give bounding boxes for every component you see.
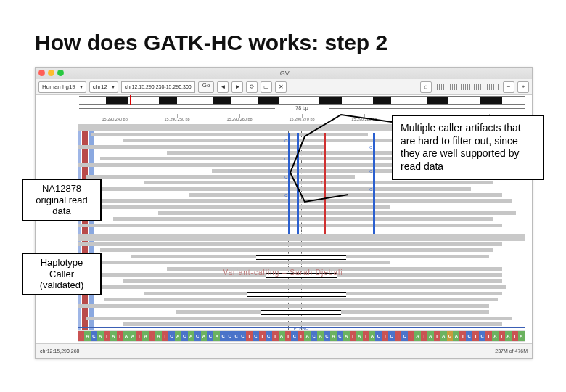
- location-value: chr12:15,290,230-15,290,300: [125, 84, 192, 89]
- forward-icon[interactable]: ►: [231, 81, 243, 93]
- sequence-base: A: [123, 331, 129, 341]
- sequence-base: C: [388, 331, 395, 341]
- sequence-base: C: [233, 331, 239, 341]
- snp-letter: C: [369, 187, 372, 192]
- slide-title: How does GATK-HC works: step 2: [35, 30, 387, 55]
- sequence-base: A: [440, 331, 447, 341]
- deletion-gap: [247, 292, 346, 297]
- sequence-base: A: [97, 331, 104, 341]
- ruler-tick: 15,290,270 bp: [280, 117, 324, 121]
- sequence-base: T: [485, 331, 492, 341]
- sequence-base: C: [253, 331, 259, 341]
- sequence-base: A: [492, 331, 499, 341]
- sequence-base: C: [168, 331, 175, 341]
- sequence-base: C: [311, 331, 317, 341]
- sequence-base: A: [356, 331, 363, 341]
- sequence-base: T: [78, 331, 84, 341]
- sequence-base: C: [207, 331, 213, 341]
- snp-letter: C: [369, 145, 372, 150]
- label-original-reads: NA12878 original read data: [22, 179, 102, 221]
- chevron-down-icon: ▾: [112, 83, 115, 90]
- sequence-base: T: [395, 331, 401, 341]
- sequence-base: A: [304, 331, 311, 341]
- sequence-base: A: [142, 331, 149, 341]
- sequence-base: G: [447, 331, 454, 341]
- sequence-base: T: [350, 331, 356, 341]
- status-location: chr12:15,290,260: [40, 348, 80, 354]
- ideogram[interactable]: [79, 95, 525, 105]
- sequence-base: A: [110, 331, 117, 341]
- sequence-base: A: [369, 331, 375, 341]
- ruler-tick: 15,290,280 bp: [343, 117, 386, 121]
- sequence-base: T: [149, 331, 155, 341]
- sequence-base: C: [226, 331, 233, 341]
- toolbar: Human hg19 ▾ chr12 ▾ chr12:15,290,230-15…: [36, 79, 532, 95]
- sequence-base: T: [246, 331, 253, 341]
- snp-letter: C: [284, 175, 287, 179]
- window-title: IGV: [278, 70, 290, 77]
- sequence-base: T: [272, 331, 279, 341]
- go-button[interactable]: Go: [198, 81, 215, 93]
- chromosome-value: chr12: [93, 83, 107, 90]
- sequence-base: T: [459, 331, 466, 341]
- back-icon[interactable]: ◄: [217, 81, 229, 93]
- sequence-base: C: [401, 331, 408, 341]
- sequence-base: A: [175, 331, 181, 341]
- chevron-down-icon: ▾: [80, 83, 83, 90]
- sequence-base: T: [104, 331, 110, 341]
- sequence-base: A: [414, 331, 421, 341]
- sequence-base: A: [427, 331, 434, 341]
- sequence-base: A: [518, 331, 525, 341]
- callout-box: Multiple caller artifacts that are hard …: [392, 115, 544, 180]
- sequence-base: A: [317, 331, 324, 341]
- ruler-tick: 15,290,250 bp: [155, 117, 199, 121]
- sequence-base: C: [466, 331, 472, 341]
- deletion-gap: [256, 255, 345, 260]
- genome-select[interactable]: Human hg19 ▾: [38, 81, 86, 93]
- sequence-base: C: [239, 331, 246, 341]
- sequence-base: T: [499, 331, 505, 341]
- sequence-base: T: [259, 331, 266, 341]
- minimize-icon[interactable]: [48, 70, 54, 76]
- sequence-track: TACATATAATATATCACACACACCCCTCTCTATCTACACA…: [78, 330, 525, 342]
- region-icon[interactable]: ▭: [261, 81, 272, 93]
- sequence-base: A: [453, 331, 459, 341]
- sequence-base: A: [188, 331, 194, 341]
- sequence-base: T: [298, 331, 304, 341]
- zoom-slider[interactable]: [435, 84, 500, 90]
- location-input[interactable]: chr12:15,290,230-15,290,300: [121, 81, 195, 93]
- sequence-base: C: [181, 331, 188, 341]
- ideogram-marker: [130, 95, 131, 105]
- sequence-base: C: [375, 331, 382, 341]
- zoom-in-icon[interactable]: +: [517, 81, 529, 93]
- ruler-tick: 15,290,260 bp: [218, 117, 261, 121]
- ruler-tick: 15,290,240 bp: [93, 117, 136, 121]
- close-icon[interactable]: [38, 70, 45, 76]
- snp-letter: T: [320, 181, 322, 185]
- snp-letter: C: [284, 139, 287, 143]
- zoom-icon[interactable]: [57, 70, 64, 76]
- sequence-base: C: [266, 331, 272, 341]
- chromosome-select[interactable]: chr12 ▾: [89, 81, 118, 93]
- sequence-base: A: [213, 331, 220, 341]
- sequence-base: A: [279, 331, 285, 341]
- sequence-base: T: [472, 331, 479, 341]
- track-labels-column: [36, 124, 78, 330]
- sequence-base: T: [363, 331, 369, 341]
- refresh-icon[interactable]: ⟳: [246, 81, 258, 93]
- snp-letter: C: [369, 169, 372, 173]
- sequence-base: T: [434, 331, 440, 341]
- close-panel-icon[interactable]: ✕: [275, 81, 287, 93]
- reads-haplotype: [78, 242, 525, 330]
- sequence-base: C: [220, 331, 226, 341]
- label-haplotype-caller: Haplotype Caller (validated): [22, 253, 102, 295]
- zoom-out-icon[interactable]: −: [503, 81, 514, 93]
- sequence-base: T: [117, 331, 123, 341]
- snp-letter: T: [320, 151, 322, 155]
- sequence-base: T: [162, 331, 168, 341]
- sequence-base: A: [201, 331, 208, 341]
- genome-value: Human hg19: [42, 83, 75, 90]
- sequence-base: A: [330, 331, 337, 341]
- home-icon[interactable]: ⌂: [420, 81, 432, 93]
- sequence-base: T: [512, 331, 518, 341]
